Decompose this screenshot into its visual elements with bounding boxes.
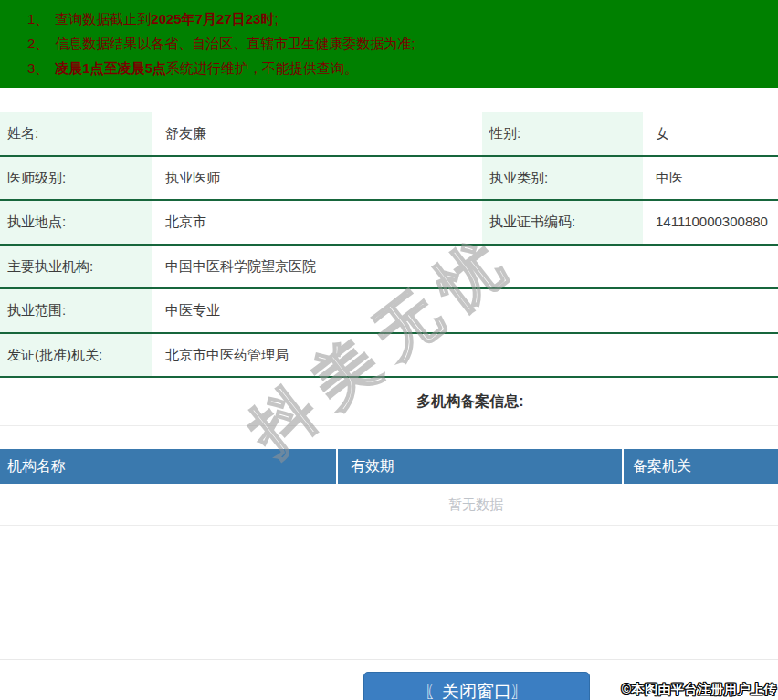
filing-section-title: 多机构备案信息: [0, 392, 778, 412]
notice-number: 1、 [27, 11, 48, 26]
table-row: 执业地点: 北京市 执业证书编码: 141110000300880 [0, 201, 778, 246]
notice-number: 3、 [27, 60, 48, 76]
divider-line [0, 659, 778, 660]
practitioner-info-table: 姓名: 舒友廉 性别: 女 医师级别: 执业医师 执业类别: 中医 执业地点: … [0, 112, 778, 378]
practice-location-label: 执业地点: [0, 201, 152, 244]
filing-table-header: 机构名称 有效期 备案机关 [0, 449, 778, 484]
notice-line-1: 1、查询数据截止到2025年7月27日23时; [27, 6, 778, 31]
practice-scope-value: 中医专业 [152, 289, 778, 332]
close-window-button[interactable]: 〖关闭窗口〗 [363, 672, 590, 700]
notice-text-bold: 2025年7月27日23时 [151, 11, 274, 26]
main-institution-value: 中国中医科学院望京医院 [152, 246, 778, 288]
certificate-code-label: 执业证书编码: [482, 201, 643, 244]
divider-line [0, 425, 778, 426]
notice-line-3: 3、凌晨1点至凌晨5点系统进行维护，不能提供查询。 [27, 56, 778, 80]
name-value: 舒友廉 [152, 112, 482, 155]
doctor-level-label: 医师级别: [0, 157, 152, 200]
notice-text: 系统进行维护，不能提供查询。 [166, 60, 358, 76]
column-header-institution: 机构名称 [0, 449, 338, 484]
doctor-level-value: 执业医师 [152, 157, 482, 200]
notice-text: 信息数据结果以各省、自治区、直辖市卫生健康委数据为准; [55, 36, 415, 51]
notice-banner: 1、查询数据截止到2025年7月27日23时; 2、信息数据结果以各省、自治区、… [0, 0, 778, 88]
table-row: 发证(批准)机关: 北京市中医药管理局 [0, 334, 778, 379]
divider-line [0, 525, 778, 526]
notice-text: 查询数据截止到 [55, 11, 151, 26]
practice-scope-label: 执业范围: [0, 289, 152, 332]
notice-text: ; [274, 11, 278, 26]
practice-location-value: 北京市 [152, 201, 482, 244]
column-header-validity: 有效期 [338, 449, 624, 484]
column-header-authority: 备案机关 [624, 449, 778, 484]
notice-text-bold: 凌晨1点至凌晨5点 [55, 60, 166, 76]
table-row: 医师级别: 执业医师 执业类别: 中医 [0, 157, 778, 202]
table-row: 主要执业机构: 中国中医科学院望京医院 [0, 246, 778, 290]
empty-data-message: 暂无数据 [0, 484, 778, 525]
notice-line-2: 2、信息数据结果以各省、自治区、直辖市卫生健康委数据为准; [27, 31, 778, 56]
table-row: 姓名: 舒友廉 性别: 女 [0, 112, 778, 157]
gender-label: 性别: [482, 112, 643, 155]
gender-value: 女 [643, 112, 778, 155]
main-institution-label: 主要执业机构: [0, 246, 152, 288]
issuing-authority-value: 北京市中医药管理局 [152, 334, 778, 377]
notice-number: 2、 [27, 36, 48, 51]
issuing-authority-label: 发证(批准)机关: [0, 334, 152, 377]
image-credit-watermark: ©本图由平台注册用户上传 [622, 682, 777, 698]
practice-category-value: 中医 [643, 157, 778, 200]
table-row: 执业范围: 中医专业 [0, 289, 778, 334]
certificate-code-value: 141110000300880 [643, 201, 778, 244]
practice-category-label: 执业类别: [482, 157, 643, 200]
name-label: 姓名: [0, 112, 152, 155]
